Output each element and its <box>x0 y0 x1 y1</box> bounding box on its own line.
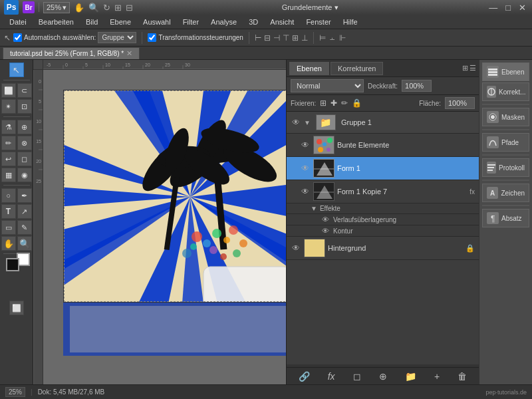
new-layer-button[interactable]: + <box>432 370 442 383</box>
layout-icon[interactable]: ⊟ <box>126 3 133 13</box>
rectangle-button[interactable]: ▭ <box>1 220 16 235</box>
group-layer-gruppe1[interactable]: 👁 ▼ 📁 Gruppe 1 <box>287 112 479 134</box>
align-bottom-icon[interactable]: ⊥ <box>301 33 308 43</box>
add-mask-button[interactable]: ◻ <box>350 370 364 383</box>
eyedropper-button[interactable]: ⚗ <box>1 120 16 134</box>
distribute-h-icon[interactable]: ⫠ <box>329 33 336 43</box>
kontur-effect-row[interactable]: 👁 Kontur <box>287 225 479 237</box>
fix-checkerboard-icon[interactable]: ⊞ <box>320 98 327 108</box>
opacity-input[interactable] <box>402 80 432 92</box>
group-expand-triangle[interactable]: ▼ <box>304 119 311 126</box>
tab-tutorial-psd[interactable]: tutorial.psd bei 25% (Form 1, RGB/8) * ✕ <box>3 47 140 59</box>
canvas[interactable] <box>63 90 286 303</box>
magic-wand-button[interactable]: ✴ <box>1 99 16 114</box>
rectangle-select-button[interactable]: ⬜ <box>1 83 16 98</box>
add-adjustment-button[interactable]: ⊕ <box>376 370 390 383</box>
layers-expand-icon[interactable]: ⊞ <box>462 64 468 72</box>
menu-3d[interactable]: 3D <box>243 17 263 27</box>
rotate-tool-icon[interactable]: ↻ <box>103 3 110 13</box>
auto-select-dropdown[interactable]: Gruppe Ebene <box>98 32 136 43</box>
zoom-percent-button[interactable]: 25% <box>5 387 25 397</box>
blend-mode-select[interactable]: Normal Multiplizieren Weiches Licht <box>291 79 364 92</box>
fix-paint-icon[interactable]: ✏ <box>341 98 348 108</box>
distribute-right-icon[interactable]: ⊩ <box>339 33 346 43</box>
layer-form1[interactable]: 👁 Form 1 <box>287 157 479 180</box>
layer-bunte-elemente[interactable]: 👁 Bunte Elemente <box>287 134 479 157</box>
form1-visibility-icon[interactable]: 👁 <box>300 163 311 174</box>
zoom-tool-icon[interactable]: 🔍 <box>88 3 99 13</box>
fix-move-icon[interactable]: ✚ <box>331 98 337 108</box>
bunte-visibility-icon[interactable]: 👁 <box>300 140 311 150</box>
menu-filter[interactable]: Filter <box>178 17 204 27</box>
spot-heal-button[interactable]: ⊕ <box>17 120 32 134</box>
clone-button[interactable]: ⊗ <box>17 136 32 150</box>
grid-view-icon[interactable]: ⊞ <box>114 3 122 13</box>
menu-bearbeiten[interactable]: Bearbeiten <box>33 17 79 27</box>
hintergrund-visibility-icon[interactable]: 👁 <box>291 243 301 253</box>
verlauf-eye-icon[interactable]: 👁 <box>320 215 331 223</box>
dodge-button[interactable]: ○ <box>1 188 16 203</box>
transform-checkbox[interactable] <box>148 33 156 42</box>
kontur-eye-icon[interactable]: 👁 <box>320 227 331 235</box>
add-style-button[interactable]: fx <box>325 370 338 383</box>
panel-masken-button[interactable]: Masken <box>482 108 529 126</box>
align-top-icon[interactable]: ⊤ <box>283 33 289 43</box>
panel-absatz-button[interactable]: ¶ Absatz <box>482 209 529 227</box>
hand-button[interactable]: ✋ <box>1 236 16 251</box>
menu-analyse[interactable]: Analyse <box>205 17 242 27</box>
layers-menu-icon[interactable]: ☰ <box>469 64 476 72</box>
lasso-select-button[interactable]: ⊂ <box>17 83 32 98</box>
fill-input[interactable] <box>445 97 475 109</box>
fix-lock-icon[interactable]: 🔒 <box>352 98 362 108</box>
foreground-color-swatch[interactable] <box>6 258 19 271</box>
maximize-button[interactable]: □ <box>503 3 513 13</box>
group-visibility-icon[interactable]: 👁 <box>291 117 301 128</box>
menu-ebene[interactable]: Ebene <box>104 17 136 27</box>
canvas-scroll-area[interactable] <box>43 70 286 384</box>
menu-bild[interactable]: Bild <box>80 17 103 27</box>
layers-tab-ebenen[interactable]: Ebenen <box>289 62 329 75</box>
align-center-h-icon[interactable]: ⊟ <box>264 33 271 43</box>
close-button[interactable]: ✕ <box>517 3 528 13</box>
zoom-button[interactable]: 🔍 <box>17 236 32 251</box>
layer-hintergrund[interactable]: 👁 Hintergrund 🔒 <box>287 237 479 260</box>
menu-hilfe[interactable]: Hilfe <box>338 17 363 27</box>
new-group-button[interactable]: 📁 <box>402 370 419 383</box>
panel-zeichen-button[interactable]: A Zeichen <box>482 184 529 202</box>
layers-tab-korrekturen[interactable]: Korrekturen <box>331 62 383 75</box>
blur-button[interactable]: ◉ <box>17 168 32 182</box>
panel-korrekt-button[interactable]: Korrekt... <box>482 82 529 101</box>
align-center-v-icon[interactable]: ⊞ <box>292 33 299 43</box>
menu-datei[interactable]: Datei <box>4 17 32 27</box>
minimize-button[interactable]: — <box>487 3 499 13</box>
menu-ansicht[interactable]: Ansicht <box>265 17 299 27</box>
hand-tool-icon[interactable]: ✋ <box>74 3 84 13</box>
distribute-left-icon[interactable]: ⊨ <box>319 33 326 43</box>
history-brush-button[interactable]: ↩ <box>1 152 16 166</box>
crop-button[interactable]: ⊡ <box>17 99 32 114</box>
text-button[interactable]: T <box>1 204 16 219</box>
brush-button[interactable]: ✏ <box>1 136 16 150</box>
align-right-icon[interactable]: ⊣ <box>273 33 280 43</box>
align-left-icon[interactable]: ⊢ <box>255 33 261 43</box>
tab-close-icon[interactable]: ✕ <box>126 49 132 58</box>
panel-ebenen-button[interactable]: Ebenen <box>482 63 529 81</box>
verlauf-effect-row[interactable]: 👁 Verlaufsüberlagerung <box>287 214 479 225</box>
auto-select-checkbox[interactable] <box>13 33 22 42</box>
note-button[interactable]: ✎ <box>17 220 32 235</box>
zoom-box[interactable]: 25% ▾ <box>43 2 70 13</box>
eraser-button[interactable]: ◻ <box>17 152 32 166</box>
path-select-button[interactable]: ↗ <box>17 204 32 219</box>
gradient-button[interactable]: ▦ <box>1 168 16 182</box>
panel-pfade-button[interactable]: Pfade <box>482 133 529 152</box>
link-layers-button[interactable]: 🔗 <box>296 370 313 383</box>
kopie7-visibility-icon[interactable]: 👁 <box>300 186 311 197</box>
effects-triangle[interactable]: ▼ <box>311 205 317 212</box>
delete-layer-button[interactable]: 🗑 <box>455 370 469 383</box>
panel-protokoll-button[interactable]: Protokoll <box>482 158 529 177</box>
pen-button[interactable]: ✒ <box>17 188 32 203</box>
menu-auswahl[interactable]: Auswahl <box>138 17 176 27</box>
layer-form1-kopie7[interactable]: 👁 Form 1 Kopie 7 fx <box>287 180 479 203</box>
move-tool-button[interactable]: ↖ <box>9 63 24 77</box>
standard-screen-button[interactable]: ⬜ <box>9 301 24 315</box>
